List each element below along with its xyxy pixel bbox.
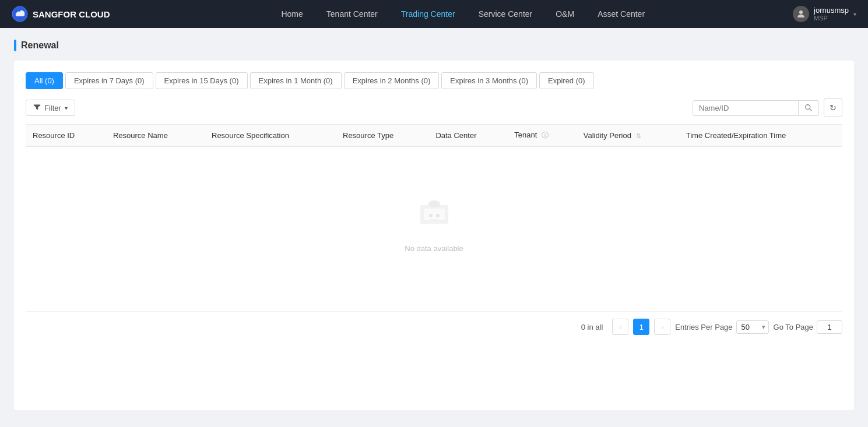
toolbar-right: ↻ [693, 98, 842, 117]
tab-3months[interactable]: Expires in 3 Months (0) [441, 72, 537, 89]
nav-trading-center[interactable]: Trading Center [389, 0, 467, 28]
goto-page-label: Go To Page [774, 323, 813, 331]
tab-1month[interactable]: Expires in 1 Month (0) [250, 72, 342, 89]
filter-label: Filter [44, 104, 61, 112]
tab-2months[interactable]: Expires in 2 Months (0) [344, 72, 440, 89]
page-container: Renewal All (0) Expires in 7 Days (0) Ex… [0, 28, 868, 422]
brand-icon [12, 6, 28, 22]
nav-asset-center[interactable]: Asset Center [586, 0, 656, 28]
tab-all[interactable]: All (0) [26, 72, 63, 89]
content-card: All (0) Expires in 7 Days (0) Expires in… [14, 61, 854, 410]
svg-point-7 [429, 214, 433, 217]
nav-links: Home Tenant Center Trading Center Servic… [133, 0, 793, 28]
page-title: Renewal [21, 40, 59, 51]
prev-page-button[interactable]: ‹ [612, 319, 628, 335]
entries-select-wrapper: 10 20 50 100 [736, 320, 769, 334]
svg-point-1 [799, 10, 803, 14]
table-body: No data available [26, 147, 842, 300]
avatar [793, 6, 809, 22]
tab-15days[interactable]: Expires in 15 Days (0) [156, 72, 248, 89]
goto-page: Go To Page [774, 320, 842, 334]
nav-om[interactable]: O&M [544, 0, 586, 28]
page-title-bar: Renewal [14, 40, 854, 51]
nav-tenant-center[interactable]: Tenant Center [315, 0, 389, 28]
svg-rect-5 [424, 209, 445, 220]
col-resource-spec: Resource Specification [205, 125, 336, 147]
entries-per-page-label: Entries Per Page [675, 323, 732, 331]
tab-bar: All (0) Expires in 7 Days (0) Expires in… [26, 72, 842, 89]
brand-logo[interactable]: SANGFOR CLOUD [12, 6, 110, 22]
col-resource-id: Resource ID [26, 125, 106, 147]
nav-home[interactable]: Home [269, 0, 314, 28]
svg-point-6 [428, 200, 440, 207]
refresh-icon: ↻ [830, 103, 837, 112]
tab-7days[interactable]: Expires in 7 Days (0) [65, 72, 153, 89]
filter-button[interactable]: Filter ▾ [26, 100, 75, 116]
search-box [693, 100, 819, 116]
page-1-button[interactable]: 1 [633, 319, 649, 335]
col-resource-name: Resource Name [106, 125, 205, 147]
search-input[interactable] [693, 101, 798, 115]
svg-point-2 [806, 105, 810, 110]
col-tenant: Tenant ⓘ [507, 125, 577, 147]
title-accent [14, 40, 16, 51]
search-button[interactable] [798, 101, 818, 115]
toolbar: Filter ▾ ↻ [26, 98, 842, 117]
refresh-button[interactable]: ↻ [824, 98, 842, 117]
empty-text: No data available [405, 244, 463, 253]
svg-point-8 [436, 214, 440, 217]
nav-service-center[interactable]: Service Center [467, 0, 544, 28]
entries-per-page-select[interactable]: 10 20 50 100 [736, 320, 769, 334]
chevron-down-icon: ▾ [853, 11, 856, 17]
user-name: jornusmsp [814, 6, 849, 15]
user-menu[interactable]: jornusmsp MSP ▾ [793, 6, 856, 23]
filter-icon [33, 103, 41, 112]
pagination-total: 0 in all [581, 323, 603, 331]
tab-expired[interactable]: Expired (0) [539, 72, 594, 89]
empty-state-row: No data available [26, 147, 842, 300]
data-table: Resource ID Resource Name Resource Speci… [26, 124, 842, 299]
user-role: MSP [814, 15, 849, 22]
validity-sort-icon[interactable]: ⇅ [636, 132, 641, 140]
next-page-button[interactable]: › [654, 319, 670, 335]
col-resource-type: Resource Type [336, 125, 428, 147]
entries-per-page: Entries Per Page 10 20 50 100 [675, 320, 768, 334]
filter-arrow-icon: ▾ [65, 105, 68, 111]
col-validity: Validity Period ⇅ [577, 125, 679, 147]
svg-line-3 [810, 109, 812, 111]
user-info: jornusmsp MSP [814, 6, 849, 23]
empty-icon [416, 193, 453, 237]
col-time-created: Time Created/Expiration Time [679, 125, 842, 147]
table-header: Resource ID Resource Name Resource Speci… [26, 125, 842, 147]
brand-name: SANGFOR CLOUD [33, 9, 110, 19]
goto-page-input[interactable] [817, 320, 842, 334]
tenant-info-icon[interactable]: ⓘ [542, 130, 549, 140]
empty-state: No data available [26, 147, 842, 299]
col-data-center: Data Center [428, 125, 507, 147]
navbar: SANGFOR CLOUD Home Tenant Center Trading… [0, 0, 868, 28]
pagination-bar: 0 in all ‹ 1 › Entries Per Page 10 20 50… [26, 311, 842, 335]
